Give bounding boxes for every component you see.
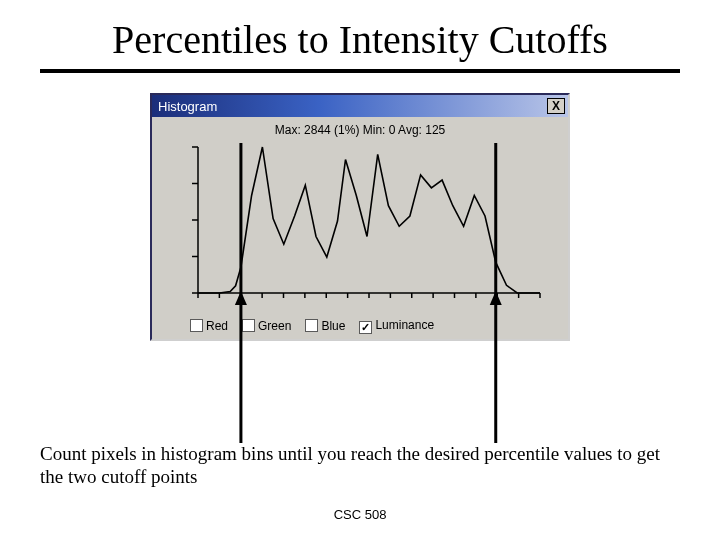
caption-text: Count pixels in histogram bins until you…	[40, 442, 680, 488]
divider	[40, 69, 680, 73]
window-titlebar: Histogram X	[152, 95, 568, 117]
histogram-plot	[170, 141, 550, 311]
checkbox-label: Green	[258, 319, 291, 333]
footer-text: CSC 508	[0, 507, 720, 522]
checkbox-luminance[interactable]: ✓	[359, 321, 372, 334]
channel-checkboxes: Red Green Blue ✓Luminance	[152, 315, 568, 339]
checkbox-label: Red	[206, 319, 228, 333]
close-icon: X	[552, 99, 560, 113]
histogram-svg	[170, 141, 550, 311]
histogram-window: Histogram X Max: 2844 (1%) Min: 0 Avg: 1…	[150, 93, 570, 341]
checkbox-red[interactable]	[190, 319, 203, 332]
checkbox-label: Blue	[321, 319, 345, 333]
histogram-stats: Max: 2844 (1%) Min: 0 Avg: 125	[152, 117, 568, 141]
close-button[interactable]: X	[547, 98, 565, 114]
checkbox-blue[interactable]	[305, 319, 318, 332]
checkbox-label: Luminance	[375, 318, 434, 332]
window-title: Histogram	[158, 99, 217, 114]
checkbox-green[interactable]	[242, 319, 255, 332]
histogram-wrapper: Histogram X Max: 2844 (1%) Min: 0 Avg: 1…	[150, 93, 570, 341]
page-title: Percentiles to Intensity Cutoffs	[40, 16, 680, 63]
